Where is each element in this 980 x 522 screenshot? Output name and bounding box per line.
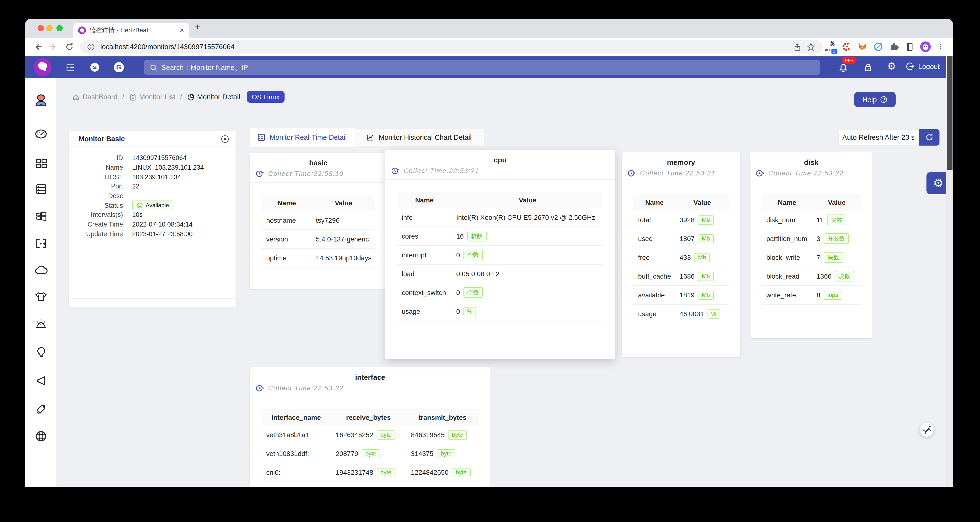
clock-icon [627,169,636,178]
card-title: interface [250,373,490,381]
screenshot-stage: 监控详情 - HertzBeat ✕ + localhost:4200/moni… [0,0,980,522]
bookmark-star-icon[interactable] [807,43,815,51]
metric-row: uptime 14:53:19up10days [261,249,375,268]
browser-tab[interactable]: 监控详情 - HertzBeat ✕ [73,23,189,38]
sidebar-item-dashboard[interactable] [33,126,49,142]
metric-row: free 433Mb [633,248,729,267]
unit-badge: 核数 [467,231,486,241]
sidebar [25,78,56,487]
notification-bell-icon[interactable] [838,62,848,73]
metric-row: context_switch 0个数 [397,283,603,302]
site-info-icon[interactable] [87,43,94,50]
sidebar-item-network[interactable] [33,428,49,444]
extensions-cluster: 英 en 1 ⋮ [825,41,944,52]
menu-fold-icon[interactable] [65,62,76,73]
lock-icon[interactable] [863,62,873,73]
breadcrumb-dashboard[interactable]: DashBoard [72,93,118,101]
megaphone-icon [34,374,48,387]
tab-close-icon[interactable]: ✕ [180,27,184,33]
metric-row: cores 16核数 [397,227,603,246]
sidebar-item-servers[interactable] [33,181,49,197]
sidebar-item-announcement[interactable] [33,373,49,389]
scrollbar-thumb[interactable] [947,56,953,170]
monitor-basic-row: Update Time2023-01-27 23:58:00 [69,229,236,239]
metric-row: usage 0% [397,302,603,321]
metric-row: usage 46.0031% [633,305,729,324]
logout-button[interactable]: Logout [906,62,940,71]
record-extension-icon[interactable] [873,42,883,52]
forward-icon[interactable] [49,43,57,51]
sidebar-item-services[interactable] [33,289,49,305]
sidebar-item-monitors[interactable] [33,155,49,171]
back-icon[interactable] [34,43,43,51]
metric-table: Name Value disk_num 11块数 partition_num 3… [762,194,861,305]
clipboard-icon [129,93,136,100]
hertzbeat-favicon-icon [78,26,86,34]
share-icon[interactable] [793,43,801,51]
collect-time: Collect Time:22:53:22 [268,385,344,392]
cloud-icon [34,263,48,277]
grid-icon [35,156,48,170]
metric-row: total 3928Mb [633,211,729,229]
card-title: disk [750,158,872,166]
extensions-puzzle-icon[interactable] [889,42,899,52]
col-header-name: Name [633,198,676,206]
hertzbeat-logo-icon[interactable] [34,58,52,76]
breadcrumb-monitor-list[interactable]: Monitor List [129,93,175,101]
new-tab-button[interactable]: + [195,22,200,32]
sidepanel-extension-icon[interactable] [905,42,914,52]
search-input[interactable] [161,63,814,71]
unit-badge: 块数 [824,252,843,263]
browser-toolbar: localhost:4200/monitors/143099715576064 … [25,38,953,56]
refresh-button[interactable] [919,129,940,146]
sidebar-item-account[interactable] [33,92,49,108]
clock-icon [256,170,264,178]
tab-historical-chart[interactable]: Monitor Historical Chart Detail [355,128,484,146]
magic-wand-button[interactable] [920,423,934,437]
profile-avatar[interactable] [920,41,931,52]
collect-time: Collect Time:22:53:21 [640,170,716,177]
col-header-value: Value [676,198,729,206]
red-extension-icon[interactable] [842,42,851,52]
card-title: cpu [385,155,615,164]
sidebar-item-cloud[interactable] [33,263,49,278]
interface-row: veth31a8b1a1: 1626345252byte 846319545by… [261,425,479,444]
translate-extension-icon[interactable]: 英 en 1 [825,41,835,52]
sidebar-item-middleware[interactable] [33,236,49,251]
auto-refresh: Auto Refresh After 23 s [838,129,940,146]
metric-table: Name Value info Intel(R) Xeon(R) CPU E5-… [397,192,603,321]
breadcrumb-separator: / [122,93,124,101]
github-icon[interactable] [90,62,100,72]
unit-badge: byte [361,449,380,458]
url-bar[interactable]: localhost:4200/monitors/143099715576064 [80,40,823,54]
metamask-extension-icon[interactable] [858,42,867,52]
browser-menu-icon[interactable]: ⋮ [937,43,944,51]
card-title: basic [250,159,387,167]
tag-icon [35,402,48,415]
sidebar-item-notice[interactable] [33,344,49,360]
url-text: localhost:4200/monitors/143099715576064 [100,43,234,51]
metric-row: block_read 1366块数 [762,267,861,286]
gitee-icon[interactable]: G [114,62,124,72]
sidebar-item-alerts[interactable] [33,317,49,332]
reload-icon[interactable] [65,43,74,51]
sidebar-item-tags[interactable] [33,401,49,416]
page-scrollbar[interactable] [946,56,953,487]
minimize-window-button[interactable] [46,25,52,31]
collect-time: Collect Time:22:53:22 [768,170,844,177]
close-window-button[interactable] [38,25,44,31]
settings-gear-icon[interactable]: ⚙ [888,60,896,72]
sidebar-item-apps[interactable] [33,208,49,224]
metric-row: available 1819Mb [633,286,729,305]
col-header-name: Name [261,199,312,207]
help-button[interactable]: Help [854,92,896,107]
globe-icon [34,430,48,443]
gear-icon: ⚙ [933,176,943,190]
maximize-window-button[interactable] [56,25,63,31]
tab-realtime-detail[interactable]: Monitor Real-Time Detail [250,128,355,146]
interface-row: cni0: 1943231748byte 1224842650byte [261,463,479,482]
metric-row: hostname tsy7296 [261,211,375,230]
global-search[interactable] [144,60,820,75]
magic-wand-icon [922,425,931,434]
close-circle-icon[interactable] [221,135,229,143]
